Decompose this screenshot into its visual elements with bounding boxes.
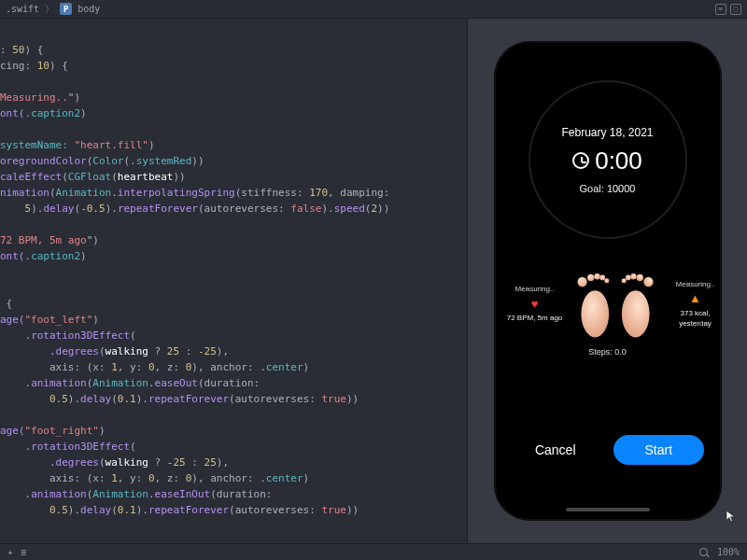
svg-point-2 [587, 274, 594, 281]
pin-icon[interactable]: ✦ [7, 547, 13, 557]
svg-point-7 [643, 277, 653, 287]
foot-left-icon [571, 267, 615, 342]
heart-icon: ♥ [531, 297, 539, 313]
foot-right-icon [615, 267, 660, 342]
breadcrumb-symbol[interactable]: body [78, 4, 100, 14]
svg-point-3 [594, 273, 599, 279]
svg-point-5 [604, 278, 609, 283]
zoom-level[interactable]: 100% [717, 547, 740, 557]
feet-graphic [571, 267, 660, 342]
svg-point-8 [636, 274, 642, 281]
code-editor[interactable]: : 50) { cing: 10) { Measuring..") ont(.c… [0, 19, 467, 543]
cursor-icon [725, 510, 738, 523]
heart-measuring-label: Measuring.. [515, 285, 555, 294]
heart-stat: Measuring.. ♥ 72 BPM, 5m ago [507, 285, 563, 324]
svg-point-4 [599, 275, 605, 281]
cancel-button[interactable]: Cancel [511, 435, 600, 465]
clock-icon [572, 152, 589, 169]
svg-point-10 [625, 275, 630, 281]
breadcrumb: .swift 〉 P body ≡ ▢ [0, 0, 747, 19]
breadcrumb-file[interactable]: .swift [6, 4, 39, 14]
inspector-icon[interactable]: ▢ [730, 4, 741, 15]
zoom-icon[interactable] [699, 548, 708, 556]
flame-icon: ▲ [689, 291, 701, 307]
goal-label: Goal: 10000 [580, 183, 636, 194]
calories-measuring-label: Measuring.. [676, 280, 715, 289]
svg-point-1 [577, 277, 586, 287]
start-button[interactable]: Start [613, 435, 705, 465]
elapsed-time: 0:00 [572, 147, 642, 175]
status-bar: ✦ ≣ 100% [0, 543, 747, 560]
steps-label: Steps: 0.0 [588, 347, 627, 357]
calories-value: 373 kcal, yesterday [668, 309, 720, 329]
calories-stat: Measuring.. ▲ 373 kcal, yesterday [668, 280, 720, 329]
home-indicator [566, 508, 650, 511]
heart-value: 72 BPM, 5m ago [507, 314, 563, 323]
time-value: 0:00 [595, 147, 642, 175]
svg-point-9 [630, 273, 636, 279]
main-split: : 50) { cing: 10) { Measuring..") ont(.c… [0, 19, 747, 543]
phone-frame: February 18, 2021 0:00 Goal: 10000 Measu… [496, 43, 720, 519]
svg-point-0 [581, 290, 609, 337]
library-icon[interactable]: ≡ [715, 4, 726, 15]
preview-canvas[interactable]: February 18, 2021 0:00 Goal: 10000 Measu… [467, 19, 747, 543]
svg-point-6 [621, 290, 649, 337]
progress-ring: February 18, 2021 0:00 Goal: 10000 [529, 80, 687, 239]
symbol-badge-icon: P [60, 3, 72, 15]
layers-icon[interactable]: ≣ [21, 547, 26, 557]
svg-point-11 [621, 278, 626, 283]
phone-notch [561, 43, 655, 63]
date-label: February 18, 2021 [561, 126, 653, 139]
